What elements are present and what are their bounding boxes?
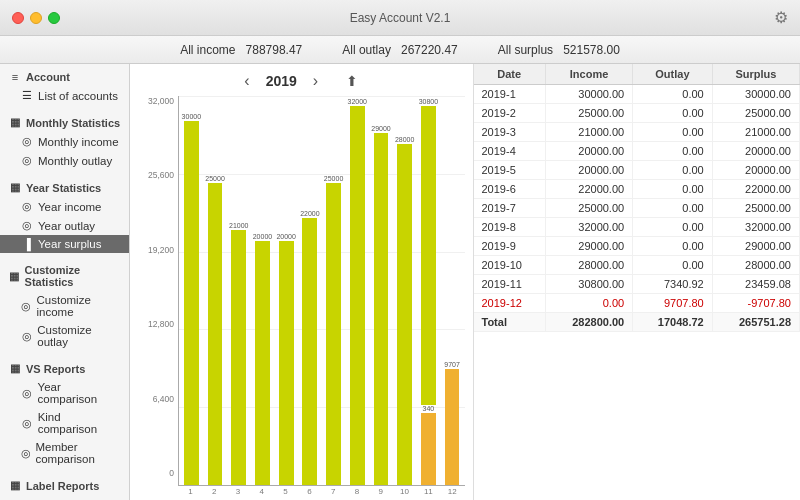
minimize-button[interactable] — [30, 12, 42, 24]
bar-group: 30800340 — [417, 98, 440, 485]
sidebar-item-label: Kind comparison — [38, 411, 121, 435]
grid-line — [179, 96, 465, 97]
sidebar-item-customize-outlay[interactable]: ◎ Customize outlay — [0, 321, 129, 351]
sidebar-header-year[interactable]: ▦ Year Statistics — [0, 178, 129, 197]
sidebar-item-label: Year income — [38, 201, 102, 213]
vs-icon: ▦ — [8, 362, 22, 375]
sidebar-section-customize-label: Customize Statistics — [25, 264, 121, 288]
outlay-bar-label: 340 — [423, 405, 435, 412]
income-bar — [255, 241, 270, 485]
cell-surplus: -9707.80 — [712, 294, 799, 313]
circle-icon: ◎ — [20, 447, 31, 460]
sidebar-section-account: ≡ Account ☰ List of accounts — [0, 64, 129, 109]
circle-icon: ◎ — [20, 219, 34, 232]
sidebar-item-label: Year comparison — [38, 381, 121, 405]
sidebar-item-member-comparison[interactable]: ◎ Member comparison — [0, 438, 129, 468]
sidebar-section-label: ▦ Label Reports ▭ Single Label ▭ All Lab… — [0, 472, 129, 500]
sidebar-header-vs[interactable]: ▦ VS Reports — [0, 359, 129, 378]
income-bar — [302, 218, 317, 485]
sidebar-item-monthly-income[interactable]: ◎ Monthly income — [0, 132, 129, 151]
income-bar — [279, 241, 294, 485]
cell-date: 2019-1 — [474, 85, 546, 104]
outlay-label: All outlay — [342, 43, 391, 57]
maximize-button[interactable] — [48, 12, 60, 24]
x-label: 10 — [393, 487, 416, 496]
titlebar: Easy Account V2.1 ⚙ — [0, 0, 800, 36]
cell-income: 25000.00 — [545, 104, 632, 123]
cell-surplus: 20000.00 — [712, 142, 799, 161]
sidebar-item-kind-comparison[interactable]: ◎ Kind comparison — [0, 408, 129, 438]
bar-value-label: 21000 — [229, 222, 248, 229]
cell-surplus: 25000.00 — [712, 104, 799, 123]
y-label-2: 6,400 — [138, 394, 174, 404]
sidebar-item-year-surplus[interactable]: ▐ Year surplus — [0, 235, 129, 253]
cell-date: 2019-5 — [474, 161, 546, 180]
close-button[interactable] — [12, 12, 24, 24]
sidebar-header-label[interactable]: ▦ Label Reports — [0, 476, 129, 495]
bar-group: 22000 — [299, 98, 322, 485]
sidebar-header-customize[interactable]: ▦ Customize Statistics — [0, 261, 129, 291]
cell-income: 29000.00 — [545, 237, 632, 256]
income-bar — [184, 121, 199, 485]
x-label: 4 — [250, 487, 273, 496]
cell-total: 265751.28 — [712, 313, 799, 332]
prev-year-button[interactable]: ‹ — [244, 72, 249, 90]
sidebar-item-year-income[interactable]: ◎ Year income — [0, 197, 129, 216]
next-year-button[interactable]: › — [313, 72, 318, 90]
bar-value-label: 28000 — [395, 136, 414, 143]
sidebar-item-monthly-outlay[interactable]: ◎ Monthly outlay — [0, 151, 129, 170]
cell-surplus: 20000.00 — [712, 161, 799, 180]
income-label: All income — [180, 43, 235, 57]
cell-total: 17048.72 — [633, 313, 713, 332]
income-bar — [350, 106, 365, 485]
sidebar-item-customize-income[interactable]: ◎ Customize income — [0, 291, 129, 321]
chart-body: 32,000 25,600 19,200 12,800 6,400 0 — [138, 96, 465, 496]
sidebar-item-list-of-accounts[interactable]: ☰ List of accounts — [0, 86, 129, 105]
table-row: 2019-321000.000.0021000.00 — [474, 123, 800, 142]
sidebar-item-label: Member comparison — [35, 441, 121, 465]
table-row: 2019-120.009707.80-9707.80 — [474, 294, 800, 313]
cell-date: 2019-11 — [474, 275, 546, 294]
x-label: 9 — [369, 487, 392, 496]
cell-outlay: 0.00 — [633, 237, 713, 256]
cell-total: Total — [474, 313, 546, 332]
bar-value-label: 20000 — [253, 233, 272, 240]
x-label: 2 — [203, 487, 226, 496]
cell-total: 282800.00 — [545, 313, 632, 332]
outlay-bar-label: 9707 — [444, 361, 460, 368]
all-income-stat: All income 788798.47 — [180, 43, 302, 57]
sidebar-section-year: ▦ Year Statistics ◎ Year income ◎ Year o… — [0, 174, 129, 257]
export-button[interactable]: ⬆ — [346, 73, 358, 89]
income-bar — [421, 106, 436, 405]
cell-date: 2019-4 — [474, 142, 546, 161]
window-controls[interactable] — [12, 12, 60, 24]
cell-date: 2019-8 — [474, 218, 546, 237]
circle-icon: ◎ — [20, 417, 34, 430]
income-value: 788798.47 — [246, 43, 303, 57]
sidebar-item-year-comparison[interactable]: ◎ Year comparison — [0, 378, 129, 408]
sidebar-header-account[interactable]: ≡ Account — [0, 68, 129, 86]
x-label: 7 — [322, 487, 345, 496]
sidebar-item-label: Year surplus — [38, 238, 102, 250]
income-bar — [326, 183, 341, 485]
cell-income: 0.00 — [545, 294, 632, 313]
table-total-row: Total282800.0017048.72265751.28 — [474, 313, 800, 332]
sidebar-item-label: Customize income — [37, 294, 122, 318]
sidebar-item-year-outlay[interactable]: ◎ Year outlay — [0, 216, 129, 235]
sidebar-header-monthly[interactable]: ▦ Monthly Statistics — [0, 113, 129, 132]
sidebar-section-customize: ▦ Customize Statistics ◎ Customize incom… — [0, 257, 129, 355]
window-title: Easy Account V2.1 — [350, 11, 451, 25]
surplus-label: All surplus — [498, 43, 553, 57]
sidebar-item-single-label[interactable]: ▭ Single Label — [0, 495, 129, 500]
col-outlay: Outlay — [633, 64, 713, 85]
cell-income: 32000.00 — [545, 218, 632, 237]
stats-bar: All income 788798.47 All outlay 267220.4… — [0, 36, 800, 64]
bar-value-label: 30800 — [419, 98, 438, 105]
table-row: 2019-225000.000.0025000.00 — [474, 104, 800, 123]
gear-icon[interactable]: ⚙ — [774, 8, 788, 27]
bar-group: 21000 — [227, 98, 250, 485]
col-date: Date — [474, 64, 546, 85]
main-layout: ≡ Account ☰ List of accounts ▦ Monthly S… — [0, 64, 800, 500]
bar-value-label: 29000 — [371, 125, 390, 132]
y-label-3: 12,800 — [138, 319, 174, 329]
